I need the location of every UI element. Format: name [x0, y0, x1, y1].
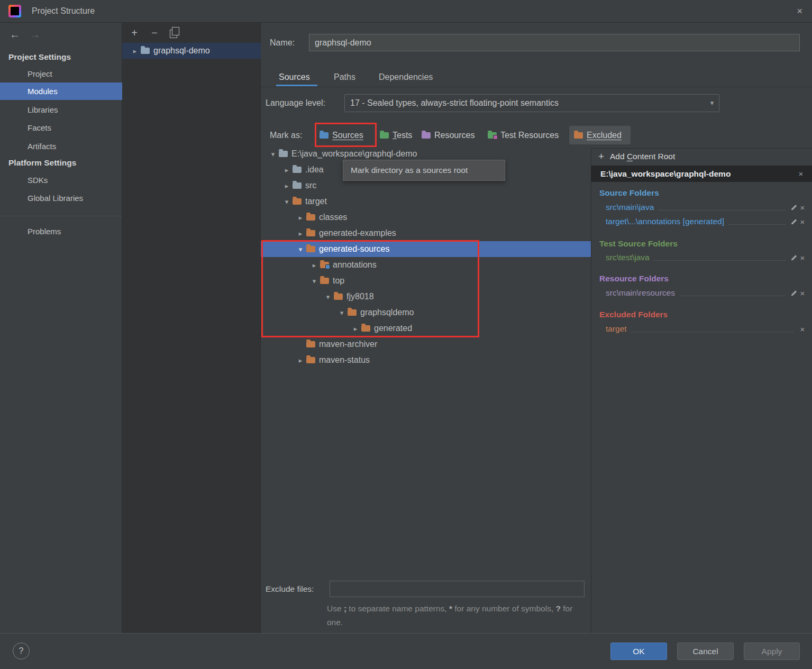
chevron-right-icon[interactable]: ▸: [350, 325, 361, 333]
source-folder-path[interactable]: src\main\java: [606, 203, 654, 212]
sidebar-item-sdks[interactable]: SDKs: [0, 171, 122, 189]
tree-item-label: classes: [319, 213, 347, 222]
tree-row-target[interactable]: ▾ target: [261, 194, 591, 209]
mark-excluded-button[interactable]: Excluded: [574, 126, 622, 144]
active-tab-indicator: [276, 85, 317, 86]
remove-folder-icon[interactable]: ×: [798, 203, 807, 212]
plus-icon[interactable]: +: [598, 150, 609, 163]
forward-arrow-icon[interactable]: →: [26, 25, 43, 43]
chevron-down-icon[interactable]: ▾: [281, 198, 293, 206]
tree-item-label: graphsqldemo: [360, 308, 414, 317]
test-source-folder-row: src\test\java ×: [606, 251, 807, 264]
tests-folder-icon: [380, 132, 389, 139]
tree-row-maven-archiver[interactable]: maven-archiver: [261, 336, 591, 352]
chevron-down-icon[interactable]: ▾: [322, 293, 334, 301]
chevron-right-icon[interactable]: ▸: [308, 261, 320, 269]
remove-folder-icon[interactable]: ×: [798, 253, 807, 262]
chevron-down-icon[interactable]: ▾: [308, 277, 320, 285]
resource-folder-path[interactable]: src\main\resources: [606, 288, 675, 298]
edit-pencil-icon[interactable]: [790, 289, 798, 297]
folder-icon: [293, 182, 302, 189]
remove-folder-icon[interactable]: ×: [798, 217, 807, 226]
tree-row-top[interactable]: ▾ top: [261, 273, 591, 289]
chevron-right-icon[interactable]: ▸: [281, 166, 293, 174]
tab-dependencies[interactable]: Dependencies: [379, 68, 433, 86]
help-button[interactable]: ?: [13, 643, 30, 659]
generated-sources-folder-icon: [320, 262, 329, 268]
remove-folder-icon[interactable]: ×: [798, 325, 807, 334]
hint-question: ?: [556, 604, 561, 613]
project-settings-heading: Project Settings: [8, 50, 71, 65]
chevron-down-icon[interactable]: ▾: [336, 309, 348, 317]
module-row-graphsql-demo[interactable]: ▸ graphsql-demo: [122, 43, 261, 59]
exclude-files-input[interactable]: [330, 581, 585, 597]
sidebar-item-facets[interactable]: Facets: [0, 119, 122, 136]
titlebar: [0, 0, 812, 23]
folder-icon: [306, 357, 315, 363]
tree-row-generated[interactable]: ▸ generated: [261, 320, 591, 336]
sources-folder-icon: [320, 132, 329, 139]
chevron-down-icon[interactable]: ▾: [267, 150, 279, 158]
mark-resources-button[interactable]: Resources: [422, 126, 475, 144]
resource-folder-row: src\main\resources ×: [606, 286, 807, 300]
excluded-folders-heading: Excluded Folders: [599, 308, 668, 322]
source-folder-row: src\main\java ×: [606, 200, 807, 214]
ok-button[interactable]: OK: [610, 643, 667, 660]
sidebar-item-project[interactable]: Project: [0, 65, 122, 83]
tree-item-label: generated-examples: [319, 228, 396, 238]
mark-resources-label: Resources: [434, 131, 475, 140]
chevron-down-icon[interactable]: ▾: [295, 245, 306, 253]
tree-row-generated-sources[interactable]: ▾ generated-sources: [261, 241, 591, 257]
cancel-button[interactable]: Cancel: [677, 643, 734, 660]
source-folder-path[interactable]: target\...\annotations [generated]: [606, 217, 724, 226]
chevron-right-icon[interactable]: ▸: [295, 214, 306, 222]
mark-test-resources-button[interactable]: Test Resources: [488, 126, 559, 144]
tree-row-graphsqldemo[interactable]: ▾ graphsqldemo: [261, 305, 591, 320]
copy-module-icon[interactable]: [170, 30, 177, 38]
edit-pencil-icon[interactable]: [790, 218, 798, 226]
tree-row-fjy8018[interactable]: ▾ fjy8018: [261, 289, 591, 305]
mark-sources-button[interactable]: Sources: [320, 126, 363, 144]
add-content-root-button[interactable]: Add Content Root: [610, 150, 675, 163]
mark-excluded-label: Excluded: [587, 131, 622, 140]
add-module-icon[interactable]: +: [129, 26, 140, 39]
test-source-folder-path[interactable]: src\test\java: [606, 253, 650, 262]
module-name-input[interactable]: [309, 34, 800, 51]
close-icon[interactable]: ×: [797, 0, 802, 22]
chevron-right-icon[interactable]: ▸: [129, 47, 141, 55]
tree-item-label: generated: [374, 324, 412, 333]
tree-row-classes[interactable]: ▸ classes: [261, 209, 591, 225]
chevron-right-icon[interactable]: ▸: [295, 230, 306, 237]
tab-paths[interactable]: Paths: [334, 68, 355, 86]
sidebar-item-global-libraries[interactable]: Global Libraries: [0, 189, 122, 207]
tree-row-annotations[interactable]: ▸ annotations: [261, 257, 591, 273]
remove-content-root-icon[interactable]: ×: [796, 169, 806, 178]
apply-button[interactable]: Apply: [744, 643, 800, 660]
excluded-folder-path[interactable]: target: [606, 324, 627, 334]
folder-icon: [320, 278, 329, 284]
tree-row-maven-status[interactable]: ▸ maven-status: [261, 352, 591, 368]
sidebar-item-libraries[interactable]: Libraries: [0, 101, 122, 118]
name-label: Name:: [270, 34, 295, 51]
tabs-divider: [261, 87, 812, 87]
language-level-select[interactable]: 17 - Sealed types, always-strict floatin…: [344, 94, 719, 112]
back-arrow-icon[interactable]: ←: [6, 25, 23, 43]
remove-module-icon[interactable]: −: [149, 26, 160, 39]
tab-sources[interactable]: Sources: [279, 68, 310, 86]
remove-folder-icon[interactable]: ×: [798, 289, 807, 298]
chevron-down-icon[interactable]: ▾: [707, 94, 717, 112]
mark-tests-button[interactable]: Tests: [380, 126, 412, 144]
edit-pencil-icon[interactable]: [790, 204, 798, 212]
tree-row-generated-examples[interactable]: ▸ generated-examples: [261, 225, 591, 241]
sidebar-item-artifacts[interactable]: Artifacts: [0, 138, 122, 155]
language-level-label: Language level:: [266, 94, 325, 112]
dotted-leader: [631, 331, 793, 332]
chevron-right-icon[interactable]: ▸: [295, 356, 306, 364]
chevron-right-icon[interactable]: ▸: [281, 182, 293, 190]
mark-as-label: Mark as:: [270, 126, 302, 144]
module-name: graphsql-demo: [153, 46, 210, 56]
dotted-leader: [728, 224, 786, 225]
sidebar-item-problems[interactable]: Problems: [0, 223, 122, 240]
sidebar-item-modules[interactable]: Modules: [0, 83, 122, 100]
edit-pencil-icon[interactable]: [790, 254, 798, 262]
